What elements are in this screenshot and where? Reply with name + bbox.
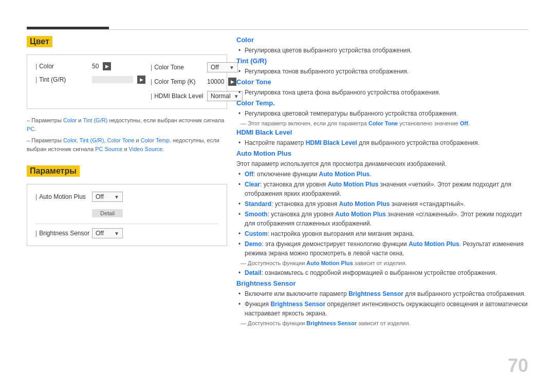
params-section: Параметры Auto Motion Plus Off ▼ Detail … bbox=[27, 165, 227, 246]
bullet-item: Standard: установка для уровня Auto Moti… bbox=[245, 199, 528, 209]
bullet-item: Smooth: установка для уровня Auto Motion… bbox=[245, 210, 528, 228]
auto-motion-dropdown[interactable]: Off ▼ bbox=[92, 192, 123, 202]
brightness-sensor-row: Brightness Sensor Off ▼ bbox=[35, 228, 218, 238]
right-colortone-section: Color Tone Регулировка тона цвета фона в… bbox=[236, 78, 528, 97]
right-tint-title: Tint (G/R) bbox=[236, 57, 528, 65]
bullet-item: Custom: настройка уровня выгорания или м… bbox=[245, 229, 528, 238]
color-value: 50 ▶ bbox=[92, 62, 111, 70]
bullet-item: Регулировка цветов выбранного устройства… bbox=[245, 46, 528, 55]
color-temp-value: 10000 ▶ bbox=[207, 78, 236, 86]
colortemp-note: Этот параметр включен, если для параметр… bbox=[236, 120, 528, 126]
color-temp-arrow[interactable]: ▶ bbox=[228, 78, 236, 86]
right-colortone-bullets: Регулировка тона цвета фона выбранного у… bbox=[245, 88, 528, 97]
right-tint-section: Tint (G/R) Регулировка тонов выбранного … bbox=[236, 57, 528, 76]
brightness-dropdown[interactable]: Off ▼ bbox=[92, 228, 123, 238]
auto-motion-row: Auto Motion Plus Off ▼ bbox=[35, 192, 218, 202]
hdmi-row: HDMI Black Level Normal ▼ bbox=[151, 91, 243, 101]
note2: Параметры Color, Tint (G/R), Color Tone … bbox=[27, 136, 227, 153]
right-hdmi-bullets: Настройте параметр HDMI Black Level для … bbox=[245, 138, 528, 147]
automotion-note: Доступность функции Auto Motion Plus зав… bbox=[236, 260, 528, 266]
tint-arrow[interactable]: ▶ bbox=[137, 76, 145, 84]
right-column: Color Регулировка цветов выбранного устр… bbox=[236, 36, 528, 328]
bullet-item: Функция Brightness Sensor определяет инт… bbox=[245, 300, 528, 318]
right-hdmi-section: HDMI Black Level Настройте параметр HDMI… bbox=[236, 128, 528, 147]
right-automotion-bullets2: Detail: ознакомьтесь с подробной информа… bbox=[245, 268, 528, 277]
color-tone-label: Color Tone bbox=[151, 64, 207, 71]
color-temp-row: Color Temp (K) 10000 ▶ bbox=[151, 78, 243, 86]
tint-label: Tint (G/R) bbox=[35, 76, 92, 83]
bullet-item: Clear: установка для уровня Auto Motion … bbox=[245, 180, 528, 198]
bullet-item: Регулировка тонов выбранного устройства … bbox=[245, 67, 528, 76]
right-tint-bullets: Регулировка тонов выбранного устройства … bbox=[245, 67, 528, 76]
right-brightness-section: Brightness Sensor Включите или выключите… bbox=[236, 279, 528, 326]
bullet-item: Demo: эта функция демонстрирует технолог… bbox=[245, 239, 528, 258]
automotion-intro: Этот параметр используется для просмотра… bbox=[236, 159, 528, 169]
auto-motion-label: Auto Motion Plus bbox=[35, 193, 92, 200]
bullet-item: Регулировка тона цвета фона выбранного у… bbox=[245, 88, 528, 97]
right-automotion-bullets: Off: отключение функции Auto Motion Plus… bbox=[245, 170, 528, 258]
note1: Параметры Color и Tint (G/R) недоступны,… bbox=[27, 116, 227, 133]
tint-bar bbox=[92, 76, 133, 83]
right-hdmi-title: HDMI Black Level bbox=[236, 128, 528, 136]
color-label: Color bbox=[35, 63, 92, 70]
right-color-title: Color bbox=[236, 36, 528, 44]
color-tone-dropdown[interactable]: Off ▼ bbox=[207, 62, 238, 72]
right-colortemp-section: Color Temp. Регулировка цветовой темпера… bbox=[236, 99, 528, 126]
color-tone-row: Color Tone Off ▼ bbox=[151, 62, 243, 72]
brightness-note: Доступность функции Brightness Sensor за… bbox=[236, 320, 528, 326]
tint-value: ▶ bbox=[92, 76, 145, 84]
page-number: 70 bbox=[508, 355, 528, 377]
right-automotion-section: Auto Motion Plus Этот параметр используе… bbox=[236, 150, 528, 277]
color-settings-box: Color 50 ▶ Tint (G/R) ▶ bbox=[27, 54, 227, 109]
bullet-item: Detail: ознакомьтесь с подробной информа… bbox=[245, 268, 528, 277]
bullet-item: Off: отключение функции Auto Motion Plus… bbox=[245, 170, 528, 179]
bullet-item: Настройте параметр HDMI Black Level для … bbox=[245, 138, 528, 147]
right-automotion-title: Auto Motion Plus bbox=[236, 150, 528, 157]
right-color-bullets: Регулировка цветов выбранного устройства… bbox=[245, 46, 528, 55]
right-colortemp-bullets: Регулировка цветовой температуры выбранн… bbox=[245, 109, 528, 118]
bullet-item: Включите или выключите параметр Brightne… bbox=[245, 289, 528, 298]
detail-button-row: Detail bbox=[35, 207, 218, 219]
right-color-section: Color Регулировка цветов выбранного устр… bbox=[236, 36, 528, 55]
hdmi-label: HDMI Black Level bbox=[151, 92, 207, 100]
params-settings-box: Auto Motion Plus Off ▼ Detail Brightness… bbox=[27, 184, 227, 246]
right-colortemp-title: Color Temp. bbox=[236, 99, 528, 107]
bullet-item: Регулировка цветовой температуры выбранн… bbox=[245, 109, 528, 118]
top-line bbox=[27, 29, 528, 30]
color-temp-label: Color Temp (K) bbox=[151, 78, 207, 85]
tint-row: Tint (G/R) ▶ bbox=[35, 76, 145, 84]
right-brightness-title: Brightness Sensor bbox=[236, 279, 528, 287]
right-brightness-bullets: Включите или выключите параметр Brightne… bbox=[245, 289, 528, 318]
color-section: Цвет Color 50 ▶ Tint (G/R) bbox=[27, 36, 227, 153]
params-section-title: Параметры bbox=[27, 165, 80, 177]
color-section-title: Цвет bbox=[27, 36, 52, 47]
dropdown-arrow-icon: ▼ bbox=[229, 65, 234, 70]
right-colortone-title: Color Tone bbox=[236, 78, 528, 86]
detail-button[interactable]: Detail bbox=[92, 209, 123, 217]
brightness-sensor-label: Brightness Sensor bbox=[35, 230, 92, 237]
dropdown-arrow-icon3: ▼ bbox=[114, 194, 119, 200]
dropdown-arrow-icon4: ▼ bbox=[114, 231, 119, 236]
color-row: Color 50 ▶ bbox=[35, 62, 145, 70]
divider bbox=[35, 223, 218, 224]
left-column: Цвет Color 50 ▶ Tint (G/R) bbox=[27, 36, 227, 253]
color-arrow[interactable]: ▶ bbox=[103, 62, 111, 70]
